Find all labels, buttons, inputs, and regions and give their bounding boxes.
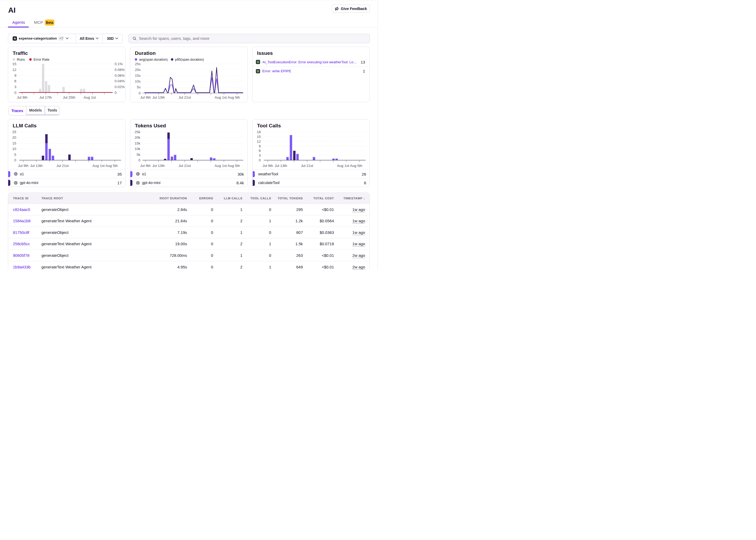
svg-text:Aug 5th: Aug 5th (105, 164, 118, 168)
svg-text:Aug 1st: Aug 1st (215, 95, 227, 99)
svg-text:20k: 20k (134, 136, 140, 139)
svg-text:0: 0 (14, 158, 16, 162)
svg-text:Jul 21st: Jul 21st (301, 164, 313, 168)
svg-text:15s: 15s (135, 73, 141, 77)
svg-text:5k: 5k (137, 152, 141, 156)
svg-text:Jul 21st: Jul 21st (57, 164, 69, 168)
svg-text:Jul 25th: Jul 25th (63, 95, 75, 99)
svg-text:Aug 1st: Aug 1st (83, 95, 96, 99)
svg-text:25s: 25s (135, 62, 141, 66)
svg-text:10: 10 (12, 147, 16, 151)
svg-text:20: 20 (12, 136, 16, 139)
svg-text:0: 0 (14, 91, 16, 95)
svg-text:0: 0 (138, 158, 141, 162)
svg-text:0.1%: 0.1% (115, 62, 123, 66)
svg-text:Aug 1st: Aug 1st (92, 164, 105, 168)
svg-text:10s: 10s (135, 79, 141, 83)
svg-text:9: 9 (258, 144, 261, 148)
svg-text:Jul 13th: Jul 13th (152, 164, 165, 168)
svg-text:Jul 13th: Jul 13th (275, 164, 287, 168)
svg-text:0.04%: 0.04% (115, 79, 125, 83)
svg-text:3: 3 (258, 154, 261, 157)
svg-text:Aug 5th: Aug 5th (227, 95, 240, 99)
svg-text:0.08%: 0.08% (115, 68, 125, 72)
svg-text:15: 15 (12, 62, 16, 66)
svg-text:Jul 9th: Jul 9th (18, 164, 29, 168)
svg-text:20s: 20s (135, 68, 141, 72)
svg-text:9: 9 (14, 73, 16, 77)
svg-text:18: 18 (257, 130, 261, 134)
svg-text:Jul 9th: Jul 9th (140, 164, 151, 168)
svg-text:0: 0 (139, 91, 141, 95)
svg-text:Jul 9th: Jul 9th (140, 95, 151, 99)
svg-text:0.06%: 0.06% (115, 73, 125, 77)
svg-text:0: 0 (258, 158, 261, 162)
svg-text:5: 5 (14, 152, 16, 156)
svg-text:Jul 13th: Jul 13th (152, 95, 165, 99)
svg-text:6: 6 (14, 79, 16, 83)
svg-text:3: 3 (14, 85, 16, 89)
svg-text:Aug 1st: Aug 1st (337, 164, 349, 168)
svg-text:15: 15 (257, 134, 261, 138)
svg-text:15k: 15k (134, 141, 140, 145)
svg-text:Aug 1st: Aug 1st (215, 164, 227, 168)
svg-text:15: 15 (12, 141, 16, 145)
svg-text:Jul 13th: Jul 13th (30, 164, 43, 168)
svg-text:12: 12 (12, 68, 16, 72)
svg-text:Jul 9th: Jul 9th (17, 95, 27, 99)
svg-text:5s: 5s (137, 85, 141, 89)
svg-text:0.02%: 0.02% (115, 85, 125, 89)
svg-text:Aug 5th: Aug 5th (227, 164, 240, 168)
svg-text:10k: 10k (134, 147, 140, 151)
svg-text:Jul 17th: Jul 17th (39, 95, 52, 99)
svg-text:Jul 21st: Jul 21st (179, 164, 191, 168)
svg-text:Jul 9th: Jul 9th (262, 164, 273, 168)
svg-text:25k: 25k (134, 130, 140, 134)
svg-text:12: 12 (257, 139, 261, 143)
svg-text:0: 0 (115, 91, 117, 95)
svg-text:6: 6 (258, 149, 261, 153)
svg-text:Aug 5th: Aug 5th (350, 164, 362, 168)
svg-text:Jul 21st: Jul 21st (179, 95, 191, 99)
svg-text:25: 25 (12, 130, 16, 134)
